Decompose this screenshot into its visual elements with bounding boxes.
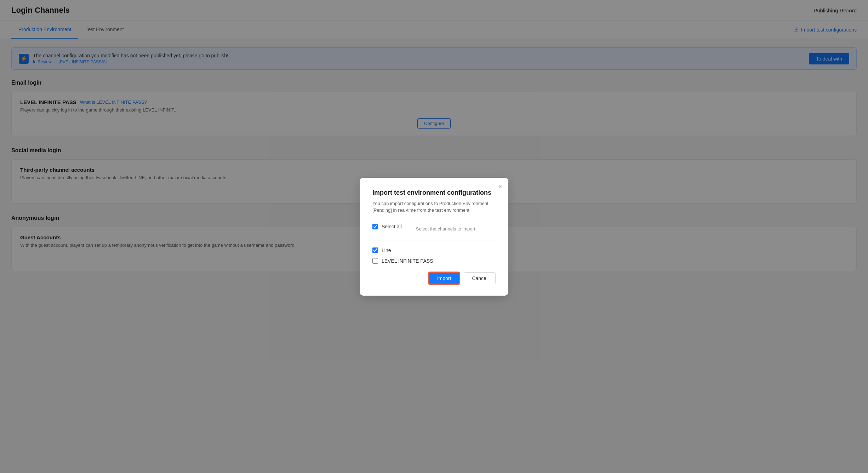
modal-description: You can import configurations to Product… — [372, 200, 496, 214]
modal-title: Import test environment configurations — [372, 189, 496, 196]
import-modal: × Import test environment configurations… — [360, 178, 508, 296]
line-checkbox[interactable] — [372, 247, 378, 253]
cancel-button[interactable]: Cancel — [464, 272, 496, 284]
level-infinite-pass-modal-label[interactable]: LEVEL INFINITE PASS — [382, 258, 433, 264]
modal-close-button[interactable]: × — [498, 183, 502, 190]
select-all-row: Select all — [372, 224, 402, 229]
channel-hint: Select the channels to import. — [416, 226, 476, 232]
modal-divider — [372, 240, 496, 240]
modal-actions: Import Cancel — [372, 272, 496, 284]
select-all-checkbox[interactable] — [372, 224, 378, 229]
import-button[interactable]: Import — [429, 272, 460, 284]
line-label[interactable]: Line — [382, 247, 391, 253]
modal-overlay: × Import test environment configurations… — [0, 0, 868, 473]
select-all-label[interactable]: Select all — [382, 224, 402, 229]
level-infinite-pass-checkbox[interactable] — [372, 258, 378, 264]
line-channel-row: Line — [372, 247, 496, 253]
level-infinite-pass-channel-row: LEVEL INFINITE PASS — [372, 258, 496, 264]
